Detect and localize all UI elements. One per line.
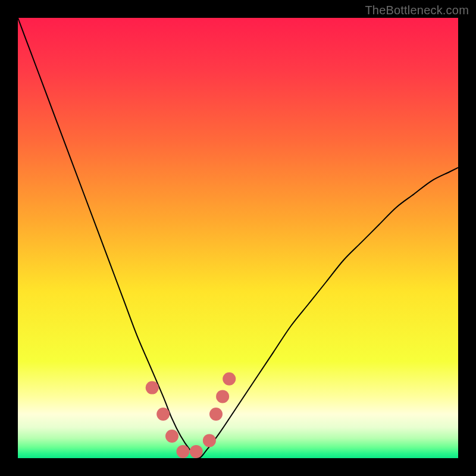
plot-area — [18, 18, 458, 458]
highlight-marker — [190, 445, 203, 458]
bottleneck-curve — [18, 18, 458, 458]
highlight-marker — [146, 381, 159, 394]
highlight-marker — [223, 372, 236, 386]
highlight-marker — [216, 390, 229, 403]
highlight-marker — [177, 445, 190, 458]
highlight-markers — [146, 372, 236, 458]
chart-frame: TheBottleneck.com — [0, 0, 476, 476]
watermark-text: TheBottleneck.com — [365, 4, 469, 17]
highlight-marker — [156, 408, 170, 421]
highlight-marker — [165, 430, 178, 443]
curve-layer — [18, 18, 458, 458]
highlight-marker — [203, 434, 216, 447]
highlight-marker — [209, 408, 223, 421]
